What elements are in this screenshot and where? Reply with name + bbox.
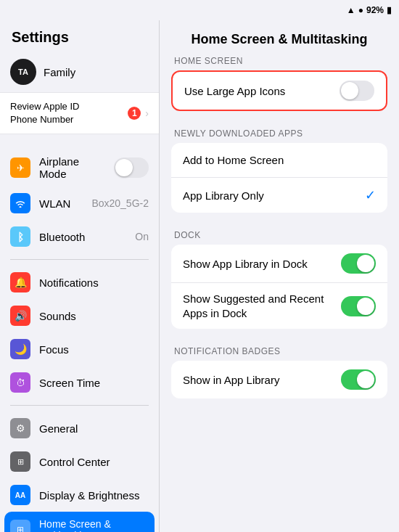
- sidebar-wlan-value: Box20_5G-2: [91, 197, 149, 209]
- show-suggested-dock-row[interactable]: Show Suggested and Recent Apps in Dock: [171, 283, 387, 329]
- large-icons-label: Use Large App Icons: [184, 85, 285, 97]
- sidebar-item-label-sounds: Sounds: [39, 310, 76, 322]
- large-icons-toggle[interactable]: [340, 81, 374, 101]
- app-library-checkmark: ✓: [365, 187, 376, 203]
- sidebar-item-label-controlcenter: Control Center: [39, 456, 110, 468]
- sidebar-item-notifications[interactable]: 🔔 Notifications: [0, 266, 159, 299]
- sidebar-section-alerts: 🔔 Notifications 🔊 Sounds 🌙 Focus ⏱ Scree…: [0, 266, 159, 399]
- section-label-dock: DOCK: [171, 230, 387, 245]
- airplane-toggle[interactable]: [114, 157, 149, 178]
- homescreen-icon: ⊞: [10, 520, 30, 532]
- add-home-label: Add to Home Screen: [183, 154, 284, 166]
- divider-2: [10, 405, 149, 406]
- wlan-icon: [10, 193, 30, 213]
- displaybrightness-icon: AA: [10, 485, 30, 505]
- sidebar-item-label-airplane: Airplane Mode: [39, 155, 105, 180]
- account-right: 1 ›: [128, 107, 149, 120]
- sidebar-item-label-displaybrightness: Display & Brightness: [39, 489, 139, 502]
- sidebar-item-focus[interactable]: 🌙 Focus: [0, 332, 159, 366]
- sidebar-item-label-focus: Focus: [39, 343, 69, 356]
- status-bar: ▲ ● 92% ▮: [0, 0, 399, 20]
- sidebar-item-label-general: General: [39, 422, 78, 435]
- sidebar-item-label-homescreen: Home Screen & Multitasking: [39, 518, 149, 532]
- detail-section-badges: NOTIFICATION BADGES Show in App Library: [171, 346, 387, 398]
- section-label-homescreen: HOME SCREEN: [171, 56, 387, 70]
- sidebar-item-airplane[interactable]: ✈ Airplane Mode: [0, 149, 159, 187]
- avatar: TA: [10, 59, 36, 85]
- airplane-icon: ✈: [10, 157, 30, 178]
- sidebar-item-label-bluetooth: Bluetooth: [39, 231, 85, 243]
- signal-icon: ●: [358, 5, 363, 15]
- show-library-dock-row[interactable]: Show App Library in Dock: [171, 245, 387, 283]
- app-library-row[interactable]: App Library Only ✓: [171, 178, 387, 213]
- sidebar-item-screentime[interactable]: ⏱ Screen Time: [0, 366, 159, 399]
- bluetooth-icon: ᛒ: [10, 226, 30, 247]
- app-library-label: App Library Only: [183, 189, 264, 202]
- show-suggested-dock-toggle[interactable]: [341, 296, 376, 316]
- show-library-dock-label: Show App Library in Dock: [183, 258, 308, 270]
- detail-panel: Home Screen & Multitasking HOME SCREEN U…: [160, 20, 399, 532]
- battery-text: 92%: [366, 5, 384, 15]
- sidebar-item-sounds[interactable]: 🔊 Sounds: [0, 299, 159, 332]
- notifications-icon: 🔔: [10, 272, 30, 292]
- profile-row[interactable]: TA Family: [0, 52, 159, 92]
- wifi-icon: ▲: [347, 5, 355, 15]
- sidebar-bluetooth-value: On: [135, 231, 149, 242]
- section-label-badges: NOTIFICATION BADGES: [171, 346, 387, 361]
- show-suggested-dock-label: Show Suggested and Recent Apps in Dock: [183, 292, 328, 320]
- sidebar-section-connectivity: ✈ Airplane Mode WLAN Box20_5G-2 ᛒ Blueto…: [0, 149, 159, 253]
- detail-section-homescreen: HOME SCREEN Use Large App Icons: [171, 56, 387, 111]
- section-label-newapps: NEWLY DOWNLOADED APPS: [171, 128, 387, 143]
- sidebar-title: Settings: [0, 20, 159, 52]
- account-row[interactable]: Review Apple ID Phone Number 1 ›: [0, 92, 159, 134]
- account-line2: Phone Number: [10, 113, 79, 126]
- divider-1: [10, 259, 149, 260]
- large-icons-row[interactable]: Use Large App Icons: [173, 72, 386, 110]
- sidebar-item-homescreen[interactable]: ⊞ Home Screen & Multitasking: [4, 512, 155, 532]
- controlcenter-icon: ⊞: [10, 451, 30, 472]
- detail-title: Home Screen & Multitasking: [160, 20, 399, 56]
- battery-icon: ▮: [387, 5, 392, 15]
- account-text: Review Apple ID Phone Number: [10, 100, 79, 126]
- focus-icon: 🌙: [10, 339, 30, 359]
- profile-name: Family: [44, 66, 75, 78]
- sidebar: Settings TA Family Review Apple ID Phone…: [0, 20, 160, 532]
- homescreen-card: Use Large App Icons: [171, 70, 387, 111]
- dock-card: Show App Library in Dock Show Suggested …: [171, 245, 387, 329]
- main-layout: Settings TA Family Review Apple ID Phone…: [0, 20, 399, 532]
- show-app-library-row[interactable]: Show in App Library: [171, 361, 387, 398]
- sidebar-item-controlcenter[interactable]: ⊞ Control Center: [0, 445, 159, 478]
- sidebar-item-bluetooth[interactable]: ᛒ Bluetooth On: [0, 220, 159, 253]
- show-app-library-toggle[interactable]: [341, 369, 376, 390]
- show-app-library-label: Show in App Library: [183, 374, 279, 386]
- account-badge: 1: [128, 107, 141, 120]
- show-library-dock-toggle[interactable]: [341, 253, 376, 274]
- sidebar-item-wlan[interactable]: WLAN Box20_5G-2: [0, 187, 159, 220]
- chevron-right-icon: ›: [145, 107, 149, 119]
- sidebar-item-general[interactable]: ⚙ General: [0, 412, 159, 445]
- sidebar-section-system: ⚙ General ⊞ Control Center AA Display & …: [0, 412, 159, 532]
- screentime-icon: ⏱: [10, 372, 30, 393]
- account-line1: Review Apple ID: [10, 100, 79, 113]
- sidebar-item-label-wlan: WLAN: [39, 197, 70, 210]
- status-icons: ▲ ● 92% ▮: [347, 5, 392, 15]
- detail-section-dock: DOCK Show App Library in Dock Show Sugge…: [171, 230, 387, 329]
- sounds-icon: 🔊: [10, 306, 30, 326]
- sidebar-item-label-notifications: Notifications: [39, 277, 99, 289]
- sidebar-item-label-screentime: Screen Time: [39, 377, 100, 389]
- add-home-row[interactable]: Add to Home Screen: [171, 143, 387, 178]
- badges-card: Show in App Library: [171, 361, 387, 398]
- sidebar-item-displaybrightness[interactable]: AA Display & Brightness: [0, 478, 159, 512]
- avatar-initials: TA: [18, 67, 28, 76]
- general-icon: ⚙: [10, 418, 30, 438]
- newapps-card: Add to Home Screen App Library Only ✓: [171, 143, 387, 213]
- detail-section-newapps: NEWLY DOWNLOADED APPS Add to Home Screen…: [171, 128, 387, 213]
